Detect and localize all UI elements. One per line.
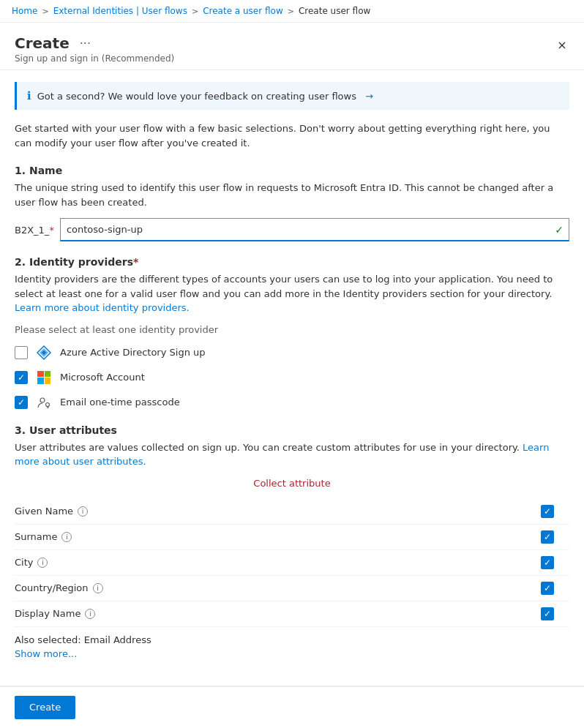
attr-checkbox-surname[interactable]: ✓ [541, 530, 554, 544]
provider-item-aad[interactable]: Azure Active Directory Sign up [15, 345, 569, 360]
attr-row-surname: Surname i ✓ [15, 525, 569, 550]
provider-checkbox-aad[interactable] [15, 346, 28, 359]
header-menu-button[interactable]: ··· [75, 35, 95, 52]
info-banner: ℹ Got a second? We would love your feedb… [15, 82, 569, 110]
ms-icon-q4 [45, 378, 51, 384]
attr-name-surname: Surname i [15, 531, 525, 542]
attr-name-country: Country/Region i [15, 582, 525, 593]
provider-item-email[interactable]: ✓ Email one-time passcode [15, 395, 569, 410]
section-identity-title: 2. Identity providers* [15, 256, 569, 268]
info-circle-surname[interactable]: i [61, 532, 72, 542]
section-attributes-title: 3. User attributes [15, 424, 569, 436]
provider-item-microsoft[interactable]: ✓ Microsoft Account [15, 370, 569, 385]
section-attributes-desc: User attributes are values collected on … [15, 440, 569, 469]
attr-name-display-name: Display Name i [15, 608, 525, 619]
header-subtitle: Sign up and sign in (Recommended) [15, 53, 569, 64]
attr-checkbox-city[interactable]: ✓ [541, 556, 554, 569]
checkbox-check-email: ✓ [18, 397, 25, 408]
breadcrumb-create-user-flow[interactable]: Create a user flow [203, 6, 283, 16]
svg-point-4 [46, 402, 50, 406]
attr-name-city: City i [15, 557, 525, 568]
attr-checkbox-given-name[interactable]: ✓ [541, 505, 554, 518]
attr-checkbox-col-surname: ✓ [525, 530, 569, 544]
also-selected-text: Also selected: Email Address [15, 634, 569, 645]
footer: Create [0, 686, 584, 728]
name-required-star: * [49, 225, 54, 236]
name-input-wrapper: ✓ [60, 218, 569, 241]
info-circle-city[interactable]: i [37, 558, 48, 568]
breadcrumb-home[interactable]: Home [12, 6, 37, 16]
section-identity-desc: Identity providers are the different typ… [15, 272, 569, 315]
ip-warning-text: Please select at least one identity prov… [15, 324, 569, 335]
info-circle-given-name[interactable]: i [78, 506, 88, 517]
attr-name-given-name: Given Name i [15, 506, 525, 517]
microsoft-icon [37, 370, 51, 385]
attr-checkbox-col-given-name: ✓ [525, 505, 569, 518]
name-input[interactable] [60, 218, 569, 241]
attr-checkbox-display-name[interactable]: ✓ [541, 607, 554, 620]
breadcrumb: Home > External Identities | User flows … [0, 0, 584, 23]
name-input-row: B2X_1_* ✓ [15, 218, 569, 241]
email-passcode-icon [37, 395, 51, 410]
svg-point-3 [40, 398, 45, 402]
attr-row-city: City i ✓ [15, 550, 569, 576]
intro-text: Get started with your user flow with a f… [15, 121, 569, 150]
section-name-title: 1. Name [15, 165, 569, 176]
create-button[interactable]: Create [15, 696, 75, 719]
ms-icon-q2 [45, 371, 51, 378]
collect-attribute-header: Collect attribute [15, 478, 569, 489]
provider-name-microsoft: Microsoft Account [60, 372, 145, 383]
checkbox-check-microsoft: ✓ [18, 372, 25, 383]
main-content: ℹ Got a second? We would love your feedb… [0, 82, 584, 686]
breadcrumb-sep-3: > [288, 7, 294, 16]
attr-checkbox-col-display-name: ✓ [525, 607, 569, 620]
info-icon: ℹ [27, 89, 31, 102]
page-title: Create [15, 34, 70, 52]
info-banner-link[interactable]: → [365, 91, 373, 102]
info-banner-text: Got a second? We would love your feedbac… [37, 91, 356, 102]
ip-required-star: * [133, 256, 138, 268]
attr-row-display-name: Display Name i ✓ [15, 601, 569, 627]
breadcrumb-sep-2: > [192, 7, 198, 16]
provider-name-email: Email one-time passcode [60, 397, 180, 408]
provider-checkbox-email[interactable]: ✓ [15, 396, 28, 409]
name-prefix: B2X_1_* [15, 225, 54, 236]
breadcrumb-external-identities[interactable]: External Identities | User flows [53, 6, 187, 16]
attr-checkbox-country[interactable]: ✓ [541, 582, 554, 595]
azure-icon [37, 345, 51, 360]
attr-row-given-name: Given Name i ✓ [15, 499, 569, 525]
page-header: Create ··· Sign up and sign in (Recommen… [0, 23, 584, 70]
provider-checkbox-microsoft[interactable]: ✓ [15, 371, 28, 384]
breadcrumb-sep-1: > [42, 7, 48, 16]
provider-name-aad: Azure Active Directory Sign up [60, 347, 206, 358]
input-check-icon: ✓ [555, 224, 564, 236]
ms-icon-q1 [37, 371, 44, 378]
info-circle-display-name[interactable]: i [85, 609, 95, 619]
show-more-link[interactable]: Show more... [15, 648, 569, 659]
breadcrumb-current: Create user flow [299, 6, 370, 16]
attr-row-country: Country/Region i ✓ [15, 576, 569, 601]
learn-more-identity-link[interactable]: Learn more about identity providers. [15, 302, 190, 313]
ms-icon-q3 [37, 378, 44, 384]
close-button[interactable]: × [552, 34, 572, 55]
attr-checkbox-col-country: ✓ [525, 582, 569, 595]
attr-checkbox-col-city: ✓ [525, 556, 569, 569]
section-name-desc: The unique string used to identify this … [15, 181, 569, 209]
info-circle-country[interactable]: i [93, 583, 103, 593]
provider-list: Azure Active Directory Sign up ✓ Microso… [15, 345, 569, 410]
